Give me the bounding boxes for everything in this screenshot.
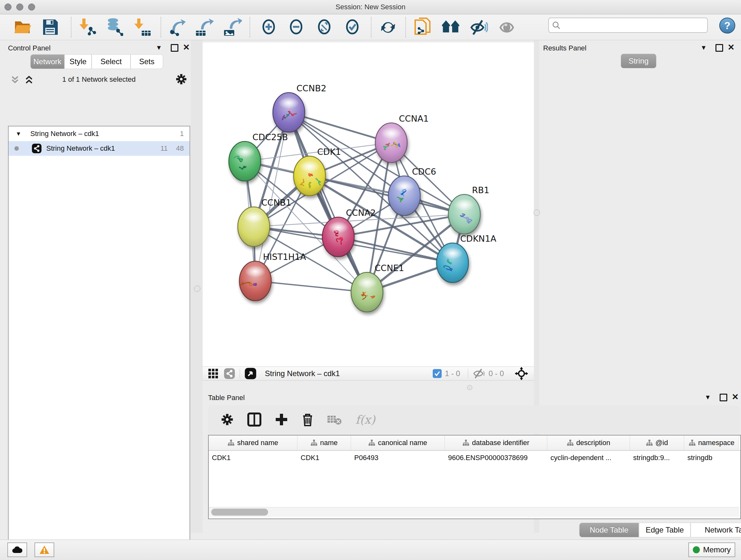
home-view-icon[interactable] bbox=[441, 17, 460, 37]
bottom-splitter-handle[interactable] bbox=[467, 385, 472, 390]
import-table-file-icon[interactable] bbox=[133, 17, 152, 37]
zoom-in-icon[interactable] bbox=[259, 17, 278, 37]
network-options-gear-icon[interactable] bbox=[175, 73, 188, 85]
function-builder-icon[interactable]: f(x) bbox=[355, 413, 375, 426]
edge-CDK1-RB1[interactable] bbox=[310, 176, 464, 214]
results-panel-menu-icon[interactable]: ▼ bbox=[700, 44, 707, 51]
birdseye-view-icon[interactable] bbox=[245, 368, 257, 380]
import-network-file-icon[interactable] bbox=[78, 17, 97, 37]
network-collection-row[interactable]: ▼ String Network – cdk1 1 bbox=[9, 126, 190, 141]
show-all-icon[interactable] bbox=[497, 17, 516, 37]
node-HIST1H1A[interactable] bbox=[239, 261, 271, 301]
cloud-button[interactable] bbox=[7, 543, 27, 557]
table-settings-gear-icon[interactable] bbox=[220, 413, 234, 427]
node-CCNE1[interactable] bbox=[351, 272, 383, 312]
search-box[interactable] bbox=[548, 17, 708, 33]
column-header-namespace[interactable]: namespace bbox=[684, 435, 739, 450]
table-header-row: shared namenamecanonical namedatabase id… bbox=[209, 435, 740, 451]
right-splitter-handle[interactable] bbox=[534, 209, 540, 216]
tab-network-table[interactable]: Network Table bbox=[690, 523, 741, 537]
tab-sets[interactable]: Sets bbox=[131, 54, 163, 69]
fit-selected-crosshair-icon[interactable] bbox=[515, 367, 528, 380]
results-panel-close-icon[interactable]: ✕ bbox=[728, 44, 735, 50]
table-row[interactable]: CDK1CDK1P064939606.ENSP00000378699cyclin… bbox=[209, 451, 740, 465]
node-CCNB2[interactable] bbox=[273, 92, 305, 132]
network-row[interactable]: String Network – cdk1 11 48 bbox=[9, 141, 190, 156]
table-hscroll-thumb[interactable] bbox=[211, 509, 268, 516]
open-session-icon[interactable] bbox=[13, 17, 32, 37]
table-panel-close-icon[interactable]: ✕ bbox=[732, 394, 739, 400]
table-cell[interactable]: CDK1 bbox=[297, 451, 351, 465]
edge-CCNA2-CDKN1A[interactable] bbox=[338, 237, 453, 263]
zoom-fit-icon[interactable] bbox=[315, 17, 334, 37]
table-cell[interactable]: stringdb:9... bbox=[630, 451, 684, 465]
import-network-database-icon[interactable] bbox=[105, 17, 124, 37]
table-panel-menu-icon[interactable]: ▼ bbox=[704, 394, 711, 401]
table-cell[interactable]: P06493 bbox=[351, 451, 445, 465]
table-cell[interactable]: CDK1 bbox=[209, 451, 297, 465]
table-cell[interactable]: 9606.ENSP00000378699 bbox=[445, 451, 547, 465]
network-type-icon[interactable] bbox=[224, 368, 235, 379]
export-image-icon[interactable] bbox=[223, 17, 242, 37]
selected-checkbox-icon[interactable] bbox=[433, 369, 442, 378]
tab-network[interactable]: Network bbox=[30, 54, 64, 69]
add-column-icon[interactable] bbox=[274, 413, 288, 427]
results-panel-float-icon[interactable] bbox=[716, 44, 723, 52]
warnings-button[interactable] bbox=[35, 543, 54, 557]
help-icon[interactable]: ? bbox=[719, 17, 735, 34]
table-cell[interactable]: stringdb bbox=[684, 451, 739, 465]
node-CDKN1A[interactable] bbox=[436, 243, 468, 283]
control-panel: Control Panel ▼ ✕ NetworkStyleSelectSets… bbox=[0, 40, 197, 533]
show-columns-icon[interactable] bbox=[247, 412, 262, 427]
tab-select[interactable]: Select bbox=[91, 54, 131, 69]
node-CDC25B[interactable] bbox=[229, 141, 261, 181]
export-network-icon[interactable] bbox=[167, 17, 186, 37]
table-horizontal-scrollbar[interactable] bbox=[209, 507, 739, 517]
refresh-layout-icon[interactable] bbox=[379, 17, 398, 37]
column-header-shared-name[interactable]: shared name bbox=[209, 435, 297, 450]
grid-view-icon[interactable] bbox=[208, 368, 219, 379]
expand-all-tree-icon[interactable] bbox=[23, 75, 35, 85]
tab-edge-table[interactable]: Edge Table bbox=[639, 523, 690, 537]
network-canvas[interactable]: CCNB2CCNA1CDC25BCDK1CDC6RB1CCNB1CCNA2CDK… bbox=[203, 43, 534, 367]
table-cell[interactable]: cyclin-dependent ... bbox=[547, 451, 630, 465]
control-panel-close-icon[interactable]: ✕ bbox=[183, 44, 190, 50]
node-CDC6[interactable] bbox=[388, 176, 420, 215]
title-bar: Session: New Session bbox=[0, 0, 741, 14]
tab-node-table[interactable]: Node Table bbox=[579, 523, 639, 537]
control-panel-menu-icon[interactable]: ▼ bbox=[156, 44, 162, 51]
export-table-icon[interactable] bbox=[195, 17, 214, 37]
collapse-all-tree-icon[interactable] bbox=[10, 75, 20, 85]
delete-table-icon[interactable] bbox=[327, 414, 341, 425]
search-input[interactable] bbox=[563, 21, 707, 30]
zoom-selected-icon[interactable] bbox=[343, 17, 362, 37]
table-panel-float-icon[interactable] bbox=[720, 394, 727, 401]
column-header-@id[interactable]: @id bbox=[630, 435, 684, 450]
control-panel-float-icon[interactable] bbox=[171, 44, 179, 52]
column-header-canonical-name[interactable]: canonical name bbox=[351, 435, 445, 450]
edge-CCNB2-CCNE1[interactable] bbox=[289, 112, 367, 292]
save-session-icon[interactable] bbox=[41, 17, 60, 37]
node-CDK1[interactable] bbox=[293, 156, 326, 196]
tab-style[interactable]: Style bbox=[64, 54, 91, 69]
delete-column-icon[interactable] bbox=[301, 412, 314, 427]
node-label-RB1: RB1 bbox=[472, 185, 489, 195]
node-CCNB1[interactable] bbox=[238, 207, 270, 246]
tab-string[interactable]: String bbox=[621, 54, 657, 68]
hide-selected-icon[interactable] bbox=[469, 17, 488, 37]
column-header-description[interactable]: description bbox=[547, 435, 630, 450]
node-CCNA1[interactable] bbox=[375, 123, 407, 163]
memory-button[interactable]: Memory bbox=[688, 543, 735, 557]
node-CCNA2[interactable] bbox=[322, 217, 354, 257]
column-header-name[interactable]: name bbox=[297, 435, 351, 450]
left-splitter-handle[interactable] bbox=[194, 286, 200, 292]
hidden-eye-icon[interactable] bbox=[473, 368, 485, 379]
zoom-out-icon[interactable] bbox=[286, 17, 306, 37]
node-RB1[interactable] bbox=[448, 194, 480, 234]
tree-expander-icon[interactable]: ▼ bbox=[16, 131, 24, 137]
results-panel-title: Results Panel bbox=[543, 44, 587, 52]
first-neighbors-icon[interactable] bbox=[413, 17, 432, 37]
node-label-CCNB1: CCNB1 bbox=[261, 198, 291, 207]
node-label-CDK1: CDK1 bbox=[317, 147, 341, 157]
column-header-database-identifier[interactable]: database identifier bbox=[445, 435, 547, 450]
